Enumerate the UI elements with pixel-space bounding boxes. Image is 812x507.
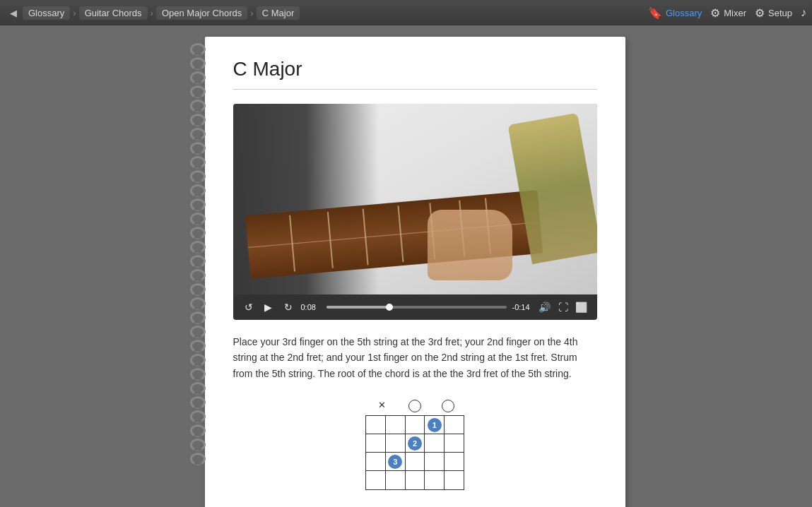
- spiral-ring: [190, 340, 206, 352]
- video-controls: ↺ ▶ ↻ 0:08 -0:14 🔊 ⛶ ⬜: [233, 294, 597, 320]
- finger-3-dot: 3: [388, 455, 402, 469]
- cell-f4-s5: [445, 471, 464, 489]
- nav-mixer-label: Mixer: [724, 8, 746, 18]
- nav-right: 🔖 Glossary ⚙ Mixer ⚙ Setup ♪: [648, 6, 806, 20]
- spiral-ring: [190, 198, 206, 211]
- string-indicators: ✕: [358, 398, 471, 412]
- cell-f1-s4: 1: [425, 416, 445, 434]
- chord-description: Place your 3rd finger on the 5th string …: [233, 334, 597, 381]
- mixer-icon: ⚙: [710, 6, 720, 20]
- spiral-ring: [190, 71, 206, 84]
- cell-f4-s3: [406, 471, 425, 489]
- finger-2-dot: 2: [408, 436, 422, 451]
- cell-f4-s1: [366, 471, 386, 489]
- page: C Major: [205, 37, 625, 507]
- cell-f3-s3: [406, 453, 425, 470]
- spiral-ring: [190, 184, 206, 197]
- spiral-ring: [190, 396, 206, 409]
- chord-wrapper: ✕ 1: [358, 398, 471, 490]
- nav-item-open-major[interactable]: Open Major Chords: [156, 6, 247, 20]
- cell-f1-s2: [386, 416, 406, 434]
- right-controls: 🔊 ⛶ ⬜: [538, 300, 589, 314]
- spiral-ring: [190, 255, 206, 268]
- spiral-ring: [190, 213, 206, 225]
- nav-glossary-label: Glossary: [666, 8, 702, 18]
- spiral-ring: [190, 57, 206, 70]
- nav-sep-3: ›: [249, 8, 254, 18]
- spiral-ring: [190, 424, 206, 437]
- cell-f2-s4: [425, 434, 445, 452]
- setup-icon: ⚙: [755, 6, 765, 20]
- nav-left: ◀ Glossary › Guitar Chords › Open Major …: [6, 6, 300, 20]
- nav-music[interactable]: ♪: [801, 6, 806, 19]
- nav-glossary-right[interactable]: 🔖 Glossary: [648, 6, 702, 20]
- spiral-ring: [190, 439, 206, 451]
- nav-back-button[interactable]: ◀: [6, 8, 21, 18]
- spiral-ring: [190, 453, 206, 465]
- cell-f2-s2: [386, 434, 406, 452]
- nav-item-guitar-chords[interactable]: Guitar Chords: [79, 6, 148, 20]
- nav-sep-2: ›: [149, 8, 155, 18]
- spiral-ring: [190, 100, 206, 112]
- finger-1-dot: 1: [428, 418, 442, 432]
- string-open-2: [442, 400, 454, 412]
- spiral-ring: [190, 283, 206, 296]
- chord-diagram: ✕ 1: [233, 398, 597, 490]
- volume-button[interactable]: 🔊: [538, 300, 552, 314]
- nav-setup[interactable]: ⚙ Setup: [755, 6, 792, 20]
- spiral-ring: [190, 227, 206, 239]
- spiral-ring: [190, 410, 206, 423]
- spiral-ring: [190, 128, 206, 141]
- captions-button[interactable]: ⬜: [575, 300, 589, 314]
- spiral-ring: [190, 156, 206, 169]
- cell-f4-s2: [386, 471, 406, 489]
- play-button[interactable]: ▶: [261, 300, 276, 314]
- fret-row-3: 3: [366, 453, 464, 471]
- nav-bar: ◀ Glossary › Guitar Chords › Open Major …: [0, 0, 812, 25]
- spiral-ring: [190, 311, 206, 324]
- spiral-ring: [190, 297, 206, 310]
- rewind-button[interactable]: ↺: [242, 300, 256, 314]
- nav-item-glossary[interactable]: Glossary: [23, 6, 70, 20]
- spiral-ring: [190, 269, 206, 282]
- video-container: ↺ ▶ ↻ 0:08 -0:14 🔊 ⛶ ⬜: [233, 104, 597, 320]
- cell-f3-s5: [445, 453, 464, 470]
- fret-4: [397, 205, 404, 262]
- progress-bar[interactable]: [326, 306, 507, 309]
- page-divider: [233, 89, 597, 90]
- cell-f3-s4: [425, 453, 445, 470]
- cell-f2-s3: 2: [406, 434, 425, 452]
- spiral-binding: [187, 37, 208, 507]
- fast-forward-button[interactable]: ↻: [281, 300, 295, 314]
- page-title: C Major: [233, 58, 597, 80]
- spiral-ring: [190, 43, 206, 56]
- spiral-ring: [190, 368, 206, 381]
- music-icon: ♪: [801, 6, 806, 19]
- spiral-ring: [190, 170, 206, 183]
- current-time: 0:08: [301, 303, 321, 311]
- nav-mixer[interactable]: ⚙ Mixer: [710, 6, 746, 20]
- spiral-ring: [190, 382, 206, 395]
- main-area: C Major: [0, 25, 812, 507]
- fret-row-2: 2: [366, 434, 464, 453]
- fullscreen-button[interactable]: ⛶: [556, 300, 570, 314]
- cell-f1-s5: [445, 416, 464, 434]
- cell-f2-s5: [445, 434, 464, 452]
- cell-f4-s4: [425, 471, 445, 489]
- cell-f2-s1: [366, 434, 386, 452]
- spiral-ring: [190, 114, 206, 126]
- fret-1: [289, 215, 295, 272]
- bookmark-icon: 🔖: [648, 6, 662, 20]
- chord-grid: 1 2: [365, 415, 464, 490]
- spiral-ring: [190, 142, 206, 155]
- total-time: -0:14: [512, 303, 532, 311]
- fret-row-4: [366, 471, 464, 489]
- string-open-1: [408, 400, 421, 412]
- nav-item-c-major[interactable]: C Major: [257, 6, 300, 20]
- progress-thumb[interactable]: [386, 304, 393, 311]
- cell-f3-s2: 3: [386, 453, 406, 470]
- spiral-ring: [190, 85, 206, 98]
- fret-3: [362, 209, 368, 266]
- fret-row-1: 1: [366, 416, 464, 434]
- video-thumbnail[interactable]: [233, 104, 597, 294]
